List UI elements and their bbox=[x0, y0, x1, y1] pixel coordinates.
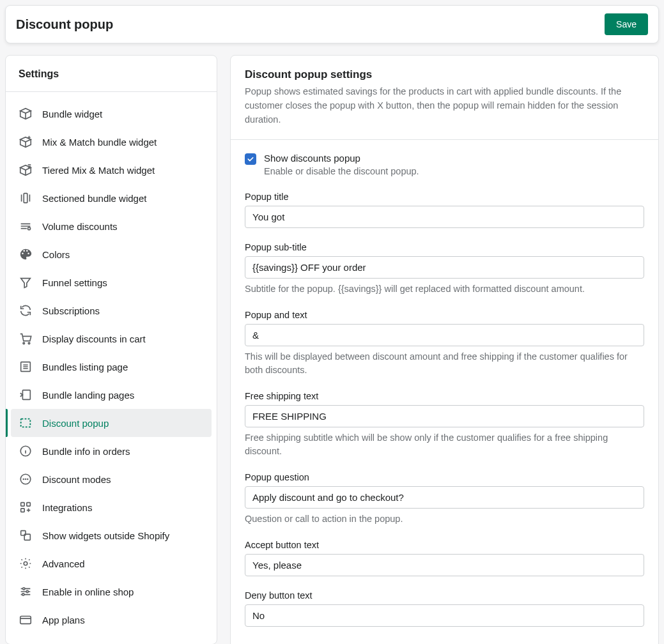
settings-form: Show discounts popup Enable or disable t… bbox=[231, 140, 658, 644]
cart-icon bbox=[19, 332, 33, 346]
checkbox-help: Enable or disable the discount popup. bbox=[264, 166, 419, 176]
save-button[interactable]: Save bbox=[605, 13, 648, 35]
svg-point-2 bbox=[23, 342, 25, 344]
sidebar-item-sectioned-bundle-widget[interactable]: Sectioned bundle widget bbox=[11, 184, 212, 212]
main-panel: Discount popup settings Popup shows esti… bbox=[230, 55, 659, 644]
field-popup-question: Popup questionQuestion or call to action… bbox=[245, 472, 644, 526]
svg-rect-13 bbox=[27, 503, 31, 507]
discount-icon bbox=[19, 219, 33, 233]
sidebar-item-label: Bundles listing page bbox=[42, 362, 128, 372]
sidebar-item-integrations[interactable]: Integrations bbox=[11, 493, 212, 521]
section-title: Discount popup settings bbox=[245, 68, 644, 81]
sidebar-item-label: Integrations bbox=[42, 502, 92, 513]
field-deny-button-text: Deny button text bbox=[245, 590, 644, 627]
sidebar-item-bundles-listing-page[interactable]: Bundles listing page bbox=[11, 353, 212, 381]
check-icon bbox=[247, 155, 254, 163]
accept-button-text-input[interactable] bbox=[245, 554, 644, 576]
sidebar-header: Settings bbox=[6, 56, 217, 92]
sidebar-item-label: Enable in online shop bbox=[42, 586, 134, 597]
field-popup-sub-title: Popup sub-titleSubtitle for the popup. {… bbox=[245, 242, 644, 296]
card-icon bbox=[19, 613, 33, 627]
field-label: Deny button text bbox=[245, 590, 644, 601]
sidebar-item-label: Colors bbox=[42, 249, 70, 260]
sidebar-item-label: Display discounts in cart bbox=[42, 334, 146, 344]
sidebar-item-label: Show widgets outside Shopify bbox=[42, 530, 169, 541]
field-accept-button-text: Accept button text bbox=[245, 540, 644, 576]
show-discounts-popup-checkbox[interactable] bbox=[245, 153, 256, 165]
field-label: Popup and text bbox=[245, 310, 644, 320]
field-label: Free shipping text bbox=[245, 391, 644, 401]
svg-rect-5 bbox=[22, 390, 30, 400]
checkbox-label: Show discounts popup bbox=[264, 153, 419, 164]
field-help: Question or call to action in the popup. bbox=[245, 512, 644, 526]
sidebar-item-volume-discounts[interactable]: Volume discounts bbox=[11, 212, 212, 240]
sidebar-item-bundle-info-in-orders[interactable]: Bundle info in orders bbox=[11, 437, 212, 465]
popup-title-input[interactable] bbox=[245, 206, 644, 228]
page-import-icon bbox=[19, 388, 33, 402]
field-popup-and-text: Popup and textThis will be displayed bet… bbox=[245, 310, 644, 377]
sidebar-item-label: App plans bbox=[42, 615, 85, 625]
svg-rect-6 bbox=[21, 419, 31, 427]
sidebar-item-label: Tiered Mix & Match widget bbox=[42, 165, 155, 176]
sidebar-item-colors[interactable]: Colors bbox=[11, 240, 212, 268]
deny-button-text-input[interactable] bbox=[245, 604, 644, 627]
sidebar-item-enable-in-online-shop[interactable]: Enable in online shop bbox=[11, 578, 212, 606]
sidebar-item-bundle-landing-pages[interactable]: Bundle landing pages bbox=[11, 381, 212, 409]
svg-point-17 bbox=[24, 562, 27, 565]
settings-sidebar: Settings Bundle widgetMix & Match bundle… bbox=[5, 55, 217, 644]
popup-question-input[interactable] bbox=[245, 486, 644, 509]
svg-point-18 bbox=[23, 588, 25, 590]
field-help: Free shipping subtitle which will be sho… bbox=[245, 431, 644, 458]
sidebar-item-app-plans[interactable]: App plans bbox=[11, 606, 212, 634]
sidebar-item-show-widgets-outside-shopify[interactable]: Show widgets outside Shopify bbox=[11, 521, 212, 549]
sidebar-item-display-discounts-in-cart[interactable]: Display discounts in cart bbox=[11, 325, 212, 353]
field-label: Accept button text bbox=[245, 540, 644, 550]
box-plus-icon bbox=[19, 135, 33, 149]
show-discounts-popup-row: Show discounts popup Enable or disable t… bbox=[245, 153, 644, 176]
svg-rect-14 bbox=[21, 509, 25, 512]
palette-icon bbox=[19, 247, 33, 261]
modes-icon bbox=[19, 472, 33, 486]
field-label: Popup sub-title bbox=[245, 242, 644, 252]
sidebar-item-label: Bundle info in orders bbox=[42, 446, 130, 457]
field-free-shipping-text: Free shipping textFree shipping subtitle… bbox=[245, 391, 644, 458]
svg-point-19 bbox=[26, 590, 28, 592]
free-shipping-text-input[interactable] bbox=[245, 405, 644, 427]
page-title: Discount popup bbox=[16, 17, 113, 32]
sidebar-item-label: Discount modes bbox=[42, 474, 111, 485]
field-label: Popup title bbox=[245, 192, 644, 202]
sidebar-item-funnel-settings[interactable]: Funnel settings bbox=[11, 268, 212, 296]
svg-rect-21 bbox=[20, 617, 31, 624]
svg-point-3 bbox=[28, 342, 30, 344]
sidebar-item-mix-match-bundle-widget[interactable]: Mix & Match bundle widget bbox=[11, 128, 212, 156]
field-label: Popup question bbox=[245, 472, 644, 482]
popup-and-text-input[interactable] bbox=[245, 324, 644, 346]
sidebar-item-tiered-mix-match-widget[interactable]: Tiered Mix & Match widget bbox=[11, 156, 212, 184]
svg-rect-0 bbox=[24, 194, 27, 203]
sidebar-item-label: Bundle widget bbox=[42, 109, 102, 119]
sidebar-item-subscriptions[interactable]: Subscriptions bbox=[11, 296, 212, 325]
sidebar-item-advanced[interactable]: Advanced bbox=[11, 549, 212, 578]
sidebar-item-label: Volume discounts bbox=[42, 221, 118, 232]
sidebar-item-label: Bundle landing pages bbox=[42, 390, 134, 401]
sidebar-item-label: Discount popup bbox=[42, 418, 109, 429]
sidebar-item-bundle-widget[interactable]: Bundle widget bbox=[11, 100, 212, 128]
section-description: Popup shows estimated savings for the pr… bbox=[245, 85, 644, 126]
external-icon bbox=[19, 528, 33, 542]
svg-point-9 bbox=[23, 479, 24, 480]
svg-point-11 bbox=[27, 479, 28, 480]
popup-sub-title-input[interactable] bbox=[245, 256, 644, 279]
box-tiers-icon bbox=[19, 163, 33, 177]
svg-point-1 bbox=[27, 227, 30, 230]
popup-icon bbox=[19, 416, 33, 430]
sections-icon bbox=[19, 191, 33, 205]
refresh-icon bbox=[19, 303, 33, 318]
sidebar-item-label: Advanced bbox=[42, 558, 85, 569]
sidebar-item-discount-modes[interactable]: Discount modes bbox=[11, 465, 212, 493]
field-help: This will be displayed between discount … bbox=[245, 350, 644, 377]
sliders-icon bbox=[19, 585, 33, 599]
sidebar-item-discount-popup[interactable]: Discount popup bbox=[11, 409, 212, 437]
sidebar-item-label: Mix & Match bundle widget bbox=[42, 137, 157, 148]
list-icon bbox=[19, 360, 33, 374]
integrations-icon bbox=[19, 500, 33, 514]
